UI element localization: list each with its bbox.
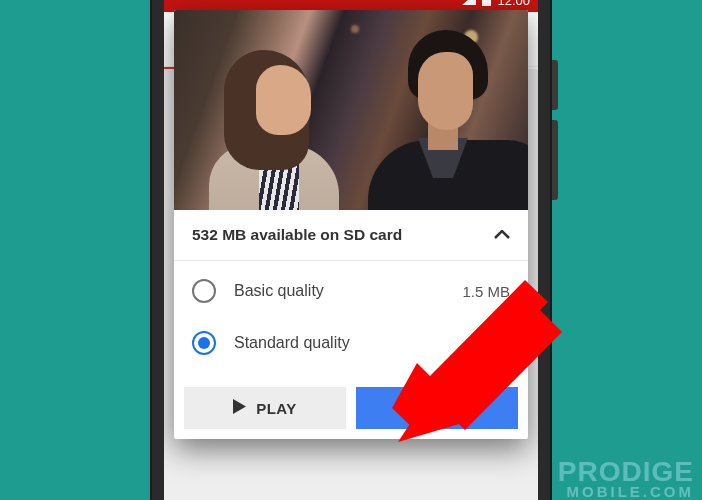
- option-size: 1.5 MB: [462, 283, 510, 300]
- status-time: 12:00: [497, 0, 530, 8]
- play-button[interactable]: PLAY: [184, 387, 346, 429]
- play-label: PLAY: [256, 400, 297, 417]
- signal-icon: [462, 0, 476, 8]
- screen: 12:00 YouTube Go: [164, 0, 538, 500]
- volume-buttons: [552, 120, 558, 200]
- video-thumbnail: [174, 10, 528, 210]
- save-button[interactable]: SAVE: [356, 387, 518, 429]
- download-icon: [403, 399, 419, 418]
- download-sheet: 532 MB available on SD card Basic qualit…: [174, 10, 528, 439]
- phone-frame: 12:00 YouTube Go: [150, 0, 552, 500]
- radio-icon: [192, 279, 216, 303]
- svg-rect-0: [482, 0, 491, 6]
- option-label: Standard quality: [234, 334, 475, 352]
- radio-icon-selected: [192, 331, 216, 355]
- storage-toggle[interactable]: 532 MB available on SD card: [174, 210, 528, 261]
- svg-rect-7: [404, 412, 418, 415]
- save-label: SAVE: [429, 400, 471, 417]
- storage-text: 532 MB available on SD card: [192, 226, 402, 244]
- option-label: Basic quality: [234, 282, 444, 300]
- battery-icon: [482, 0, 491, 9]
- option-size: 12: [493, 335, 510, 352]
- chevron-up-icon: [494, 226, 510, 244]
- quality-option-basic[interactable]: Basic quality 1.5 MB: [174, 265, 528, 317]
- play-icon: [233, 399, 246, 417]
- power-button: [552, 60, 558, 110]
- quality-options: Basic quality 1.5 MB Standard quality 12: [174, 261, 528, 377]
- action-bar: PLAY SAVE: [174, 377, 528, 439]
- watermark: PRODIGE MOBILE.COM: [558, 459, 694, 498]
- quality-option-standard[interactable]: Standard quality 12: [174, 317, 528, 369]
